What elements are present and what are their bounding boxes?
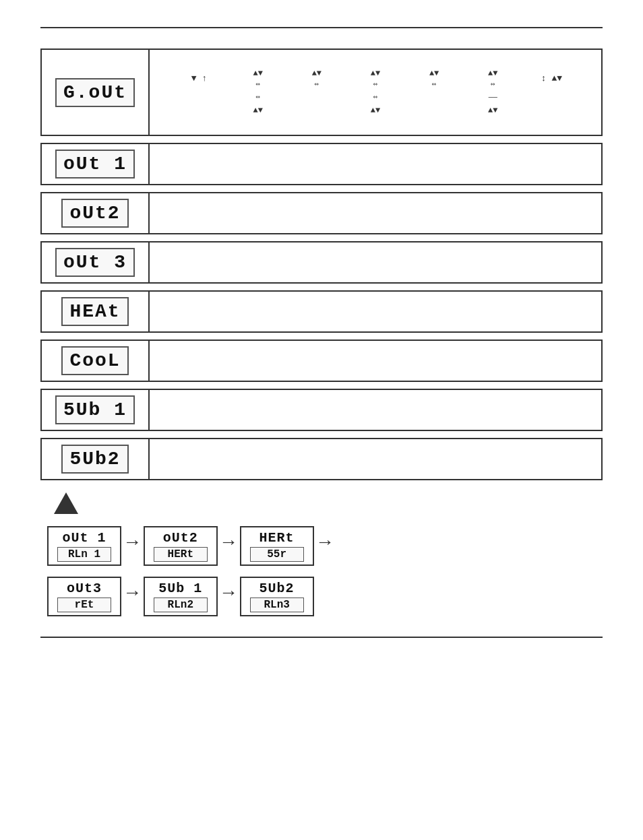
lcd-sub2: 5Ub2 bbox=[61, 445, 128, 474]
lcd-gout: G.oUt bbox=[55, 78, 135, 107]
content-sub2 bbox=[150, 439, 601, 479]
content-out1 bbox=[150, 144, 601, 184]
flow-box-out2: oUt2 HERt bbox=[144, 526, 218, 566]
section-row-sub2: 5Ub2 bbox=[40, 438, 603, 480]
section-row-cool: CooL bbox=[40, 340, 603, 382]
top-rule bbox=[40, 27, 603, 28]
arrow-cell-m2: ⇔ bbox=[241, 92, 275, 102]
arrow-cell-5: ▲▼ ⇔ bbox=[417, 68, 451, 90]
label-box-sub1: 5Ub 1 bbox=[42, 390, 150, 430]
lcd-out1: oUt 1 bbox=[55, 150, 135, 179]
flow-out3-top: oUt3 bbox=[67, 581, 102, 596]
flow-arrow-2: → bbox=[223, 532, 235, 560]
flow-arrow-5: → bbox=[223, 583, 235, 610]
bottom-rule bbox=[40, 637, 603, 638]
section-row-sub1: 5Ub 1 bbox=[40, 389, 603, 431]
flow-heat-top: HERt bbox=[259, 530, 295, 546]
flow-box-out1: oUt 1 RLn 1 bbox=[47, 526, 121, 566]
lcd-out2: oUt2 bbox=[61, 199, 128, 228]
warning-triangle-icon bbox=[54, 492, 78, 514]
label-box-out1: oUt 1 bbox=[42, 144, 150, 184]
section-row-heat: HEAt bbox=[40, 290, 603, 333]
flow-box-out3: oUt3 rEt bbox=[47, 577, 121, 616]
arrow-diagram-gout: ▼ ↑ ▲▼ ⇔ ▲▼ ⇔ ▲▼ ⇔ ▲▼ bbox=[163, 60, 588, 125]
arrow-cell-b2: ▲▼ bbox=[241, 105, 275, 117]
content-out2 bbox=[150, 193, 601, 233]
flow-sub1-bottom: RLn2 bbox=[154, 597, 208, 612]
flow-out1-top: oUt 1 bbox=[62, 530, 106, 546]
label-box-cool: CooL bbox=[42, 341, 150, 381]
arrow-cell-1: ▼ ↑ bbox=[183, 73, 216, 85]
flow-diagram: oUt 1 RLn 1 → oUt2 HERt → HERt 55r → oUt… bbox=[40, 526, 603, 616]
content-gout: ▼ ↑ ▲▼ ⇔ ▲▼ ⇔ ▲▼ ⇔ ▲▼ bbox=[150, 50, 601, 135]
label-box-out3: oUt 3 bbox=[42, 243, 150, 282]
lcd-heat: HEAt bbox=[61, 297, 128, 326]
label-box-gout: G.oUt bbox=[42, 50, 150, 135]
section-row-gout: G.oUt ▼ ↑ ▲▼ ⇔ ▲▼ ⇔ bbox=[40, 49, 603, 136]
flow-arrow-1: → bbox=[127, 532, 138, 560]
section-row-out3: oUt 3 bbox=[40, 241, 603, 284]
flow-out2-top: oUt2 bbox=[163, 530, 198, 546]
arrow-cell-6: ▲▼ ⇔ bbox=[476, 68, 510, 90]
arrow-cell-m4: ⇔ bbox=[359, 92, 392, 102]
flow-out3-bottom: rEt bbox=[57, 597, 111, 612]
lcd-out3: oUt 3 bbox=[55, 248, 135, 277]
flow-box-heat: HERt 55r bbox=[240, 526, 314, 566]
section-row-out1: oUt 1 bbox=[40, 143, 603, 185]
arrow-cell-2: ▲▼ ⇔ bbox=[241, 68, 275, 90]
flow-out1-bottom: RLn 1 bbox=[57, 547, 111, 562]
flow-sub2-top: 5Ub2 bbox=[259, 581, 295, 596]
flow-row-2: oUt3 rEt → 5Ub 1 RLn2 → 5Ub2 RLn3 bbox=[47, 577, 596, 616]
arrow-cell-3: ▲▼ ⇔ bbox=[300, 68, 334, 90]
arrow-cell-4: ▲▼ ⇔ bbox=[359, 68, 392, 90]
flow-arrow-3: → bbox=[319, 532, 331, 560]
arrow-cell-m6: —— bbox=[476, 92, 510, 102]
flow-sub1-top: 5Ub 1 bbox=[158, 581, 202, 596]
arrow-cell-b6: ▲▼ bbox=[476, 105, 510, 117]
flow-sub2-bottom: RLn3 bbox=[250, 597, 304, 612]
lcd-cool: CooL bbox=[61, 346, 128, 375]
content-sub1 bbox=[150, 390, 601, 430]
label-box-out2: oUt2 bbox=[42, 193, 150, 233]
lcd-sub1: 5Ub 1 bbox=[55, 395, 135, 424]
flow-out2-bottom: HERt bbox=[154, 547, 208, 562]
content-out3 bbox=[150, 243, 601, 282]
label-box-heat: HEAt bbox=[42, 292, 150, 331]
content-cool bbox=[150, 341, 601, 381]
arrow-row-1: ▼ ↑ ▲▼ ⇔ ▲▼ ⇔ ▲▼ ⇔ ▲▼ bbox=[163, 67, 588, 91]
flow-box-sub2: 5Ub2 RLn3 bbox=[240, 577, 314, 616]
section-row-out2: oUt2 bbox=[40, 192, 603, 234]
arrow-row-3: ▲▼ ▲▼ ▲▼ bbox=[163, 104, 588, 118]
flow-heat-bottom: 55r bbox=[250, 547, 304, 562]
label-box-sub2: 5Ub2 bbox=[42, 439, 150, 479]
page-container: G.oUt ▼ ↑ ▲▼ ⇔ ▲▼ ⇔ bbox=[0, 0, 643, 840]
arrow-row-2: ⇔ ⇔ —— bbox=[163, 91, 588, 104]
flow-row-1: oUt 1 RLn 1 → oUt2 HERt → HERt 55r → bbox=[47, 526, 596, 566]
flow-box-sub1: 5Ub 1 RLn2 bbox=[144, 577, 218, 616]
arrow-cell-b4: ▲▼ bbox=[359, 105, 392, 117]
content-heat bbox=[150, 292, 601, 331]
flow-arrow-4: → bbox=[127, 583, 138, 610]
arrow-cell-7: ↕ ▲▼ bbox=[534, 73, 568, 85]
warning-section bbox=[54, 492, 603, 514]
